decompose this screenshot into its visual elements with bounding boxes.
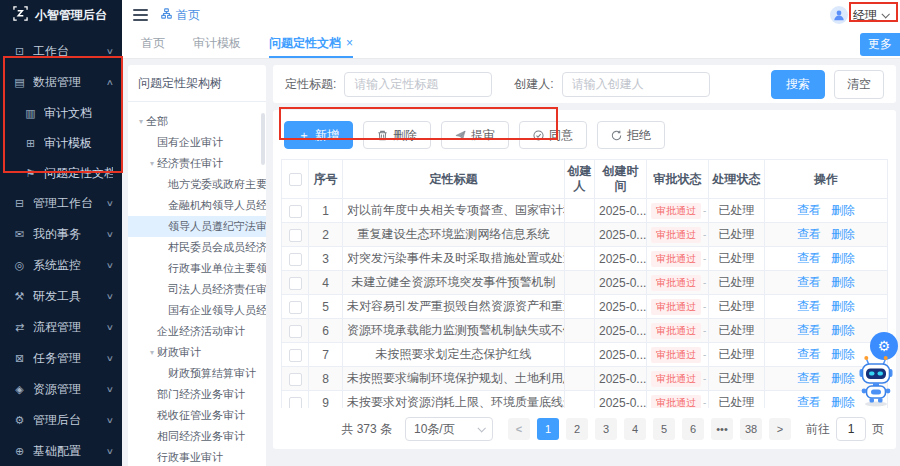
delete-link[interactable]: 删除: [831, 395, 855, 408]
reject-button[interactable]: 拒绝: [597, 121, 665, 149]
row-checkbox[interactable]: [289, 229, 302, 242]
title-input[interactable]: [344, 72, 492, 97]
page-button-6[interactable]: 6: [682, 418, 704, 440]
approval-badge: 审批通过: [651, 323, 701, 339]
goto-page-input[interactable]: [836, 417, 866, 441]
tree-node[interactable]: 国有企业审计: [128, 132, 266, 153]
tree-node[interactable]: ▾经济责任审计: [128, 153, 266, 174]
delete-link[interactable]: 删除: [831, 347, 855, 361]
hamburger-icon[interactable]: [133, 9, 148, 21]
tree-node[interactable]: 税收征管业务审计: [128, 405, 266, 426]
view-link[interactable]: 查看: [797, 227, 821, 241]
send-icon: [455, 130, 466, 141]
tab-audit-template[interactable]: 审计模板: [193, 30, 241, 58]
sidebar-item-admin-backend[interactable]: ⚙管理后台∨: [0, 405, 122, 436]
tree-node[interactable]: 部门经济业务审计: [128, 384, 266, 405]
row-checkbox[interactable]: [289, 205, 302, 218]
row-create-time: 2025-0...: [595, 319, 647, 343]
page-button-38[interactable]: 38: [740, 418, 762, 440]
delete-link[interactable]: 删除: [831, 275, 855, 289]
page-button-4[interactable]: 4: [624, 418, 646, 440]
next-page-button[interactable]: >: [769, 418, 791, 440]
page-button-1[interactable]: 1: [537, 418, 559, 440]
sidebar-item-management-workbench[interactable]: ⊟管理工作台∨: [0, 188, 122, 219]
tree-scrollbar[interactable]: [261, 113, 265, 165]
sidebar-item-task-management[interactable]: ⊠任务管理∨: [0, 343, 122, 374]
sidebar-item-data-management[interactable]: ▤数据管理∧: [0, 67, 122, 98]
row-checkbox[interactable]: [289, 325, 302, 338]
row-checkbox[interactable]: [289, 349, 302, 362]
assistant-robot[interactable]: [853, 353, 899, 411]
view-link[interactable]: 查看: [797, 203, 821, 217]
tree-node[interactable]: 相同经济业务审计: [128, 426, 266, 447]
tree-node[interactable]: 村民委员会成员经济...: [128, 237, 266, 258]
tree-node[interactable]: ▾全部: [128, 111, 266, 132]
tree-node[interactable]: 领导人员遵纪守法审...: [128, 216, 266, 237]
delete-link[interactable]: 删除: [831, 323, 855, 337]
sidebar-item-my-affairs[interactable]: ✉我的事务∨: [0, 219, 122, 250]
tree-node[interactable]: 地方党委或政府主要...: [128, 174, 266, 195]
view-link[interactable]: 查看: [797, 371, 821, 385]
tree-node[interactable]: 司法人员经济责任审...: [128, 279, 266, 300]
sidebar-item-basic-config[interactable]: ⊕基础配置∨: [0, 436, 122, 466]
approve-button[interactable]: 同意: [519, 121, 587, 149]
sidebar-item-label: 问题定性文档: [44, 165, 113, 182]
view-link[interactable]: 查看: [797, 395, 821, 408]
view-link[interactable]: 查看: [797, 323, 821, 337]
row-checkbox[interactable]: [289, 397, 302, 408]
view-link[interactable]: 查看: [797, 275, 821, 289]
tab-home[interactable]: 首页: [141, 30, 165, 58]
breadcrumb[interactable]: 首页: [161, 7, 200, 24]
prev-page-button[interactable]: <: [508, 418, 530, 440]
page-button-3[interactable]: 3: [595, 418, 617, 440]
delete-link[interactable]: 删除: [831, 203, 855, 217]
delete-link[interactable]: 删除: [831, 371, 855, 385]
delete-link[interactable]: 删除: [831, 227, 855, 241]
select-all-checkbox[interactable]: [289, 173, 302, 186]
page-button-5[interactable]: 5: [653, 418, 675, 440]
user-menu[interactable]: 经理: [830, 6, 888, 24]
tree-node[interactable]: 企业经济活动审计: [128, 321, 266, 342]
tree-node[interactable]: 金融机构领导人员经...: [128, 195, 266, 216]
sidebar-item-dev-tools[interactable]: ⚒研发工具∨: [0, 281, 122, 312]
sidebar-item-issue-qualitative-document[interactable]: ⚑问题定性文档: [0, 158, 122, 188]
search-button[interactable]: 搜索: [771, 70, 825, 99]
more-button[interactable]: 更多: [860, 33, 900, 56]
tree-node[interactable]: 行政事业审计: [128, 447, 266, 466]
delete-link[interactable]: 删除: [831, 251, 855, 265]
tree-node[interactable]: 国有企业领导人员经...: [128, 300, 266, 321]
page-size-select[interactable]: 10条/页: [405, 417, 493, 441]
pagination: 共 373 条 10条/页 < 123456•••38 > 前往 页: [281, 408, 888, 443]
view-link[interactable]: 查看: [797, 299, 821, 313]
view-link[interactable]: 查看: [797, 251, 821, 265]
row-title: 资源环境承载能力监测预警机制缺失或不健全: [343, 319, 565, 343]
row-checkbox[interactable]: [289, 373, 302, 386]
chevron-down-icon: ∨: [106, 416, 114, 425]
clear-button[interactable]: 清空: [834, 70, 884, 99]
row-checkbox[interactable]: [289, 277, 302, 290]
sidebar-item-process-management[interactable]: ⇄流程管理∨: [0, 312, 122, 343]
tree-node[interactable]: ▾财政审计: [128, 342, 266, 363]
creator-input[interactable]: [562, 72, 710, 97]
sidebar-item-audit-template[interactable]: ⊞审计模板: [0, 128, 122, 158]
sidebar-item-workbench[interactable]: ⊡工作台∨: [0, 36, 122, 67]
tree-node[interactable]: 行政事业单位主要领...: [128, 258, 266, 279]
add-button[interactable]: ＋新增: [284, 121, 353, 149]
sidebar-item-audit-document[interactable]: ▥审计文档: [0, 98, 122, 128]
tree-node[interactable]: 财政预算结算审计: [128, 363, 266, 384]
tab-issue-qualitative-document[interactable]: 问题定性文档 ×: [269, 30, 353, 58]
sidebar-item-system-monitor[interactable]: ◎系统监控∨: [0, 250, 122, 281]
view-link[interactable]: 查看: [797, 347, 821, 361]
delete-link[interactable]: 删除: [831, 299, 855, 313]
page-ellipsis[interactable]: •••: [711, 418, 733, 440]
row-creator: [565, 199, 595, 223]
delete-button[interactable]: 删除: [363, 121, 431, 149]
row-checkbox[interactable]: [289, 253, 302, 266]
approval-badge: 审批通过: [651, 371, 701, 387]
close-icon[interactable]: ×: [346, 36, 353, 50]
row-checkbox[interactable]: [289, 301, 302, 314]
row-select-cell: [282, 367, 309, 391]
sidebar-item-resource-management[interactable]: ◈资源管理∨: [0, 374, 122, 405]
page-button-2[interactable]: 2: [566, 418, 588, 440]
submit-review-button[interactable]: 提审: [441, 121, 509, 149]
